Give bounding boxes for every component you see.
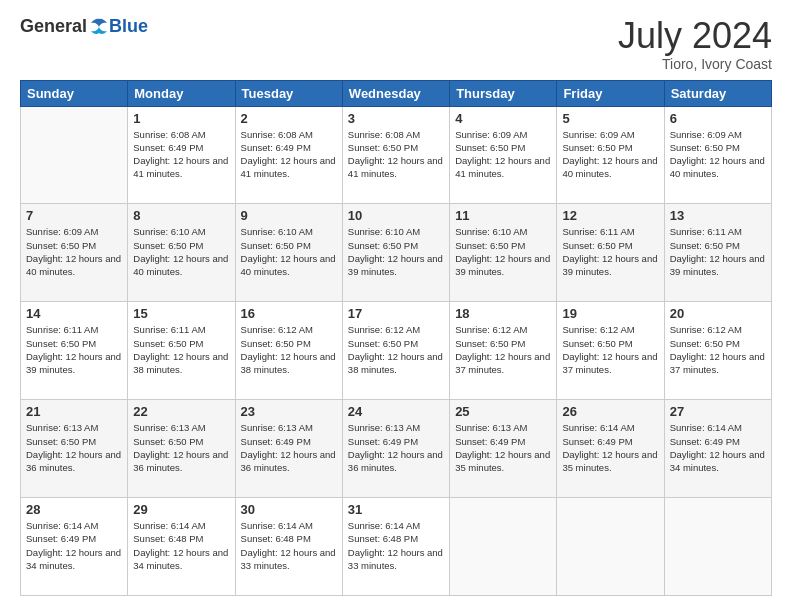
calendar-cell [664,498,771,596]
day-info: Sunrise: 6:11 AM Sunset: 6:50 PM Dayligh… [562,225,658,278]
day-number: 24 [348,404,444,419]
day-number: 26 [562,404,658,419]
day-number: 23 [241,404,337,419]
day-number: 20 [670,306,766,321]
calendar-cell: 21Sunrise: 6:13 AM Sunset: 6:50 PM Dayli… [21,400,128,498]
day-info: Sunrise: 6:14 AM Sunset: 6:48 PM Dayligh… [133,519,229,572]
calendar-day-header: Thursday [450,80,557,106]
calendar-day-header: Sunday [21,80,128,106]
day-number: 4 [455,111,551,126]
calendar-cell [21,106,128,204]
day-info: Sunrise: 6:13 AM Sunset: 6:50 PM Dayligh… [133,421,229,474]
day-number: 18 [455,306,551,321]
day-info: Sunrise: 6:10 AM Sunset: 6:50 PM Dayligh… [133,225,229,278]
day-info: Sunrise: 6:09 AM Sunset: 6:50 PM Dayligh… [26,225,122,278]
calendar-cell: 25Sunrise: 6:13 AM Sunset: 6:49 PM Dayli… [450,400,557,498]
calendar-cell [450,498,557,596]
day-number: 2 [241,111,337,126]
calendar-day-header: Tuesday [235,80,342,106]
calendar-cell: 16Sunrise: 6:12 AM Sunset: 6:50 PM Dayli… [235,302,342,400]
day-info: Sunrise: 6:13 AM Sunset: 6:49 PM Dayligh… [455,421,551,474]
day-number: 15 [133,306,229,321]
calendar-cell: 27Sunrise: 6:14 AM Sunset: 6:49 PM Dayli… [664,400,771,498]
day-info: Sunrise: 6:12 AM Sunset: 6:50 PM Dayligh… [455,323,551,376]
calendar-day-header: Saturday [664,80,771,106]
day-number: 1 [133,111,229,126]
day-info: Sunrise: 6:10 AM Sunset: 6:50 PM Dayligh… [241,225,337,278]
day-info: Sunrise: 6:14 AM Sunset: 6:48 PM Dayligh… [241,519,337,572]
calendar-cell: 18Sunrise: 6:12 AM Sunset: 6:50 PM Dayli… [450,302,557,400]
calendar-cell: 15Sunrise: 6:11 AM Sunset: 6:50 PM Dayli… [128,302,235,400]
day-number: 12 [562,208,658,223]
calendar-cell: 13Sunrise: 6:11 AM Sunset: 6:50 PM Dayli… [664,204,771,302]
calendar-cell: 6Sunrise: 6:09 AM Sunset: 6:50 PM Daylig… [664,106,771,204]
calendar-cell: 10Sunrise: 6:10 AM Sunset: 6:50 PM Dayli… [342,204,449,302]
day-number: 31 [348,502,444,517]
calendar-day-header: Wednesday [342,80,449,106]
calendar-cell: 5Sunrise: 6:09 AM Sunset: 6:50 PM Daylig… [557,106,664,204]
calendar-header-row: SundayMondayTuesdayWednesdayThursdayFrid… [21,80,772,106]
calendar-table: SundayMondayTuesdayWednesdayThursdayFrid… [20,80,772,596]
day-info: Sunrise: 6:13 AM Sunset: 6:50 PM Dayligh… [26,421,122,474]
calendar-day-header: Monday [128,80,235,106]
logo-general-text: General [20,16,87,37]
calendar-cell: 24Sunrise: 6:13 AM Sunset: 6:49 PM Dayli… [342,400,449,498]
location-subtitle: Tioro, Ivory Coast [618,56,772,72]
calendar-cell: 29Sunrise: 6:14 AM Sunset: 6:48 PM Dayli… [128,498,235,596]
day-number: 22 [133,404,229,419]
logo-blue-text: Blue [109,16,148,37]
calendar-cell: 11Sunrise: 6:10 AM Sunset: 6:50 PM Dayli… [450,204,557,302]
calendar-cell: 4Sunrise: 6:09 AM Sunset: 6:50 PM Daylig… [450,106,557,204]
calendar-cell: 8Sunrise: 6:10 AM Sunset: 6:50 PM Daylig… [128,204,235,302]
day-number: 5 [562,111,658,126]
calendar-cell: 22Sunrise: 6:13 AM Sunset: 6:50 PM Dayli… [128,400,235,498]
calendar-cell: 20Sunrise: 6:12 AM Sunset: 6:50 PM Dayli… [664,302,771,400]
day-number: 19 [562,306,658,321]
day-info: Sunrise: 6:11 AM Sunset: 6:50 PM Dayligh… [670,225,766,278]
header: General Blue July 2024 Tioro, Ivory Coas… [20,16,772,72]
day-number: 16 [241,306,337,321]
day-number: 14 [26,306,122,321]
calendar-cell: 1Sunrise: 6:08 AM Sunset: 6:49 PM Daylig… [128,106,235,204]
day-info: Sunrise: 6:13 AM Sunset: 6:49 PM Dayligh… [348,421,444,474]
page: General Blue July 2024 Tioro, Ivory Coas… [0,0,792,612]
calendar-cell: 9Sunrise: 6:10 AM Sunset: 6:50 PM Daylig… [235,204,342,302]
calendar-cell: 31Sunrise: 6:14 AM Sunset: 6:48 PM Dayli… [342,498,449,596]
calendar-cell: 12Sunrise: 6:11 AM Sunset: 6:50 PM Dayli… [557,204,664,302]
calendar-cell: 28Sunrise: 6:14 AM Sunset: 6:49 PM Dayli… [21,498,128,596]
day-info: Sunrise: 6:08 AM Sunset: 6:49 PM Dayligh… [133,128,229,181]
logo: General Blue [20,16,148,37]
calendar-cell: 3Sunrise: 6:08 AM Sunset: 6:50 PM Daylig… [342,106,449,204]
day-number: 6 [670,111,766,126]
day-info: Sunrise: 6:13 AM Sunset: 6:49 PM Dayligh… [241,421,337,474]
day-number: 8 [133,208,229,223]
day-info: Sunrise: 6:10 AM Sunset: 6:50 PM Dayligh… [348,225,444,278]
day-number: 10 [348,208,444,223]
day-info: Sunrise: 6:09 AM Sunset: 6:50 PM Dayligh… [562,128,658,181]
day-info: Sunrise: 6:08 AM Sunset: 6:50 PM Dayligh… [348,128,444,181]
title-area: July 2024 Tioro, Ivory Coast [618,16,772,72]
day-number: 7 [26,208,122,223]
day-info: Sunrise: 6:11 AM Sunset: 6:50 PM Dayligh… [26,323,122,376]
day-number: 29 [133,502,229,517]
day-number: 9 [241,208,337,223]
day-info: Sunrise: 6:12 AM Sunset: 6:50 PM Dayligh… [562,323,658,376]
day-info: Sunrise: 6:12 AM Sunset: 6:50 PM Dayligh… [670,323,766,376]
month-title: July 2024 [618,16,772,56]
day-info: Sunrise: 6:14 AM Sunset: 6:49 PM Dayligh… [670,421,766,474]
day-info: Sunrise: 6:12 AM Sunset: 6:50 PM Dayligh… [348,323,444,376]
calendar-week-row: 14Sunrise: 6:11 AM Sunset: 6:50 PM Dayli… [21,302,772,400]
calendar-cell: 17Sunrise: 6:12 AM Sunset: 6:50 PM Dayli… [342,302,449,400]
day-info: Sunrise: 6:14 AM Sunset: 6:49 PM Dayligh… [26,519,122,572]
calendar-week-row: 21Sunrise: 6:13 AM Sunset: 6:50 PM Dayli… [21,400,772,498]
day-number: 27 [670,404,766,419]
day-number: 17 [348,306,444,321]
day-info: Sunrise: 6:08 AM Sunset: 6:49 PM Dayligh… [241,128,337,181]
day-number: 3 [348,111,444,126]
day-number: 21 [26,404,122,419]
calendar-cell: 19Sunrise: 6:12 AM Sunset: 6:50 PM Dayli… [557,302,664,400]
day-info: Sunrise: 6:14 AM Sunset: 6:49 PM Dayligh… [562,421,658,474]
day-number: 25 [455,404,551,419]
day-info: Sunrise: 6:12 AM Sunset: 6:50 PM Dayligh… [241,323,337,376]
day-number: 13 [670,208,766,223]
